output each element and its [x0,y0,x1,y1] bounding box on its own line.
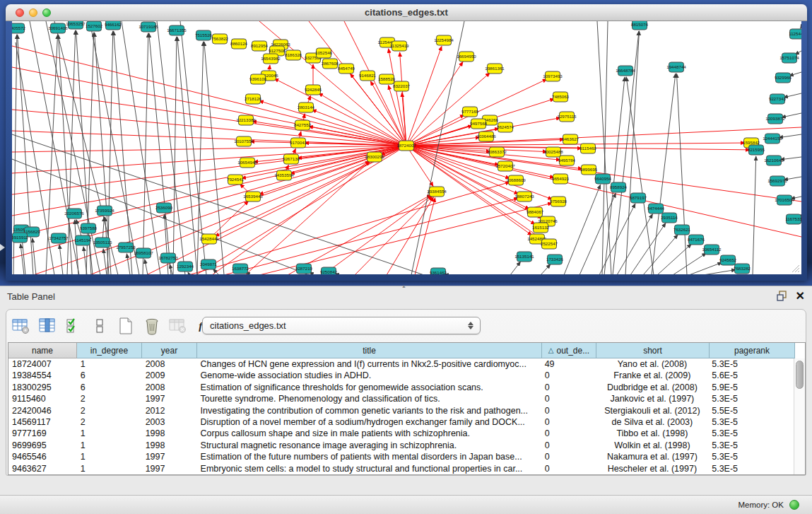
graph-edge[interactable] [103,249,107,274]
graph-node[interactable]: 9756928 [550,197,567,206]
graph-node[interactable]: 30691406 [48,23,68,33]
table-row[interactable]: 1938455462009Genome-wide association stu… [8,370,794,381]
table-cell[interactable]: 0 [541,382,596,393]
graph-node[interactable]: 9495784 [558,156,576,165]
graph-node[interactable]: 10654112 [702,245,722,255]
graph-edge[interactable] [12,67,406,146]
graph-edge[interactable] [510,262,521,274]
graph-node[interactable]: 10688609 [506,175,526,185]
table-row[interactable]: 1456911722003Disruption of a novel membe… [8,416,794,428]
table-cell[interactable]: 2 [77,416,142,428]
graph-node[interactable]: 16648784 [616,66,635,76]
graph-node[interactable]: 7515526 [195,30,213,40]
column-header-name[interactable]: name [8,343,77,358]
table-cell[interactable]: 0 [541,370,596,381]
table-cell[interactable]: 1 [77,440,142,451]
graph-node[interactable]: 8471676 [688,235,705,245]
graph-node[interactable]: 19861361 [485,64,505,74]
table-row[interactable]: 946554611997Estimation of the future num… [8,451,794,462]
graph-edge[interactable] [564,185,601,274]
graph-edge[interactable] [149,33,171,274]
graph-node[interactable]: 9654923 [552,174,570,184]
table-cell[interactable]: 49 [541,358,596,370]
graph-node[interactable]: 10653257 [66,21,86,29]
graph-node[interactable]: 19384554 [427,187,447,197]
graph-node[interactable]: 14353594 [274,170,294,180]
table-cell[interactable]: 1 [77,463,142,474]
graph-edge[interactable] [288,194,431,274]
table-cell[interactable]: 1997 [142,451,197,462]
graph-node[interactable]: 16539443 [243,192,263,201]
graph-node[interactable]: 1733426 [546,255,564,264]
graph-node[interactable]: 12254984 [434,35,454,45]
graph-node[interactable]: 3624574 [497,122,514,132]
graph-node[interactable]: 2049871 [200,259,218,269]
table-cell[interactable]: 0 [541,405,596,416]
graph-node[interactable]: 1615132 [532,223,550,233]
column-header-pagerank[interactable]: pagerank [710,343,795,358]
graph-edge[interactable] [189,182,510,274]
graph-edge[interactable] [146,146,406,274]
close-panel-icon[interactable]: ✕ [796,291,805,301]
graph-node[interactable]: 12093872 [765,114,785,124]
graph-node[interactable]: 10973493 [543,71,563,81]
column-header-in-degree[interactable]: in_degree [77,343,142,358]
table-cell[interactable]: 0 [541,416,596,428]
table-cell[interactable]: 1 [77,358,142,370]
split-pane-handle[interactable]: ▲ [401,284,406,288]
graph-node[interactable]: 17957253 [116,243,136,252]
table-cell[interactable]: 0 [541,428,596,439]
table-cell[interactable]: 6 [77,370,142,381]
graph-node[interactable]: 9245652 [719,255,737,265]
graph-edge[interactable] [59,245,63,274]
graph-node[interactable]: 7485063 [552,92,570,102]
graph-node[interactable]: 20364486 [476,132,496,141]
table-cell[interactable]: Wolkin et al. (1998) [596,440,709,451]
graph-node[interactable]: 1125449 [789,29,801,39]
graph-node[interactable]: 6879197 [630,193,647,203]
table-cell[interactable]: Corpus callosum shape and size in male p… [197,428,541,439]
new-table-icon[interactable] [117,317,135,335]
row-options-icon[interactable] [90,317,109,335]
graph-edge[interactable] [90,21,139,274]
table-cell[interactable]: 18300295 [8,382,77,393]
graph-node[interactable]: 9361462 [430,268,447,274]
graph-edge[interactable] [20,244,24,274]
table-cell[interactable]: Tourette syndrome. Phenomenology and cla… [197,393,541,404]
table-cell[interactable]: de Silva et al. (2003) [596,416,709,428]
graph-edge[interactable] [703,269,736,274]
table-cell[interactable]: 2009 [142,370,197,381]
graph-node[interactable]: 9242845 [305,85,322,95]
table-cell[interactable]: 9463627 [8,463,77,474]
table-cell[interactable]: 9465546 [8,451,77,462]
table-cell[interactable]: 2012 [142,405,197,416]
table-cell[interactable]: Nakamura et al. (1997) [596,451,709,462]
table-cell[interactable]: 5.6E-5 [708,370,794,381]
graph-node[interactable]: 2935114 [661,213,678,223]
table-cell[interactable]: Changes of HCN gene expression and I(f) … [197,358,541,370]
graph-edge[interactable] [617,214,652,274]
graph-node[interactable]: 18807243 [514,192,534,201]
table-cell[interactable]: 2003 [142,416,197,428]
graph-node[interactable]: 18300295 [365,152,384,162]
table-cell[interactable]: Estimation of the future numbers of pati… [197,451,541,462]
column-header-out-de-[interactable]: △out_de... [542,343,596,358]
show-column-icon[interactable] [38,317,57,335]
hidden-panel-arrow-icon[interactable] [0,244,5,251]
graph-node[interactable]: 12444151 [763,134,782,144]
column-header-short[interactable]: short [596,343,710,358]
graph-node[interactable]: 9396100 [249,74,267,84]
zoom-window-button[interactable] [42,8,51,17]
memory-status-indicator[interactable] [789,500,799,510]
graph-edge[interactable] [224,198,518,274]
graph-node[interactable]: 12213383 [236,115,256,125]
graph-node[interactable]: 3915911 [12,233,28,243]
citation-network-graph[interactable]: 1872400775638228860124891295414226063912… [12,21,801,274]
graph-node[interactable]: 9115460 [579,144,596,153]
graph-node[interactable]: 9463627 [562,134,579,144]
graph-edge[interactable] [188,272,189,274]
table-cell[interactable]: Embryonic stem cells: a model to study s… [197,463,541,474]
graph-node[interactable]: 16694950 [457,52,476,62]
graph-edge[interactable] [157,21,185,274]
table-cell[interactable]: 9777169 [8,428,77,439]
